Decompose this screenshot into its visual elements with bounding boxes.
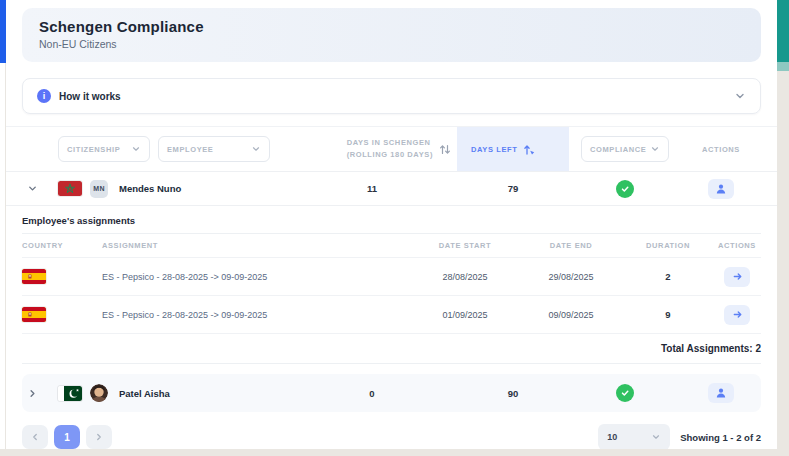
- employee-profile-button[interactable]: [708, 179, 734, 199]
- chevron-down-icon: [27, 183, 38, 194]
- page-size-value: 10: [607, 432, 617, 442]
- employee-photo-avatar: [90, 384, 108, 402]
- teal-edge-accent-light: [777, 62, 789, 71]
- avatar-initials: MN: [90, 180, 108, 198]
- chevron-down-icon: [650, 144, 660, 154]
- days-left-label: DAYS LEFT: [471, 145, 517, 154]
- open-assignment-button[interactable]: [724, 305, 750, 325]
- compliance-check-icon: [616, 180, 634, 198]
- compliance-check-icon: [616, 384, 634, 402]
- employee-row[interactable]: MN Mendes Nuno 11 79: [6, 172, 777, 206]
- employee-row[interactable]: Patel Aisha 0 90: [22, 374, 761, 412]
- actions-column-label: ACTIONS: [681, 145, 761, 154]
- how-it-works-panel[interactable]: i How it works: [22, 78, 761, 114]
- info-icon: i: [37, 89, 51, 103]
- teal-edge-accent: [777, 0, 789, 62]
- open-assignment-button[interactable]: [724, 267, 750, 287]
- days-in-schengen-label: DAYS IN SCHENGEN: [347, 137, 433, 149]
- page-subtitle: Non-EU Citizens: [39, 38, 744, 50]
- arrow-right-icon: [732, 271, 743, 282]
- date-end-value: 09/09/2025: [519, 310, 623, 320]
- duration-column-label: DURATION: [623, 241, 713, 250]
- assignment-row: ES - Pepsico - 28-08-2025 -> 09-09-2025 …: [22, 258, 761, 296]
- chevron-down-icon: [131, 144, 141, 154]
- days-in-schengen-value: 0: [287, 388, 457, 399]
- blue-edge-accent: [0, 0, 6, 63]
- collapse-row-toggle[interactable]: [22, 179, 42, 199]
- days-left-value: 90: [457, 388, 569, 399]
- page-title: Schengen Compliance: [39, 18, 744, 35]
- employee-filter[interactable]: EMPLOYEE: [158, 136, 270, 162]
- chevron-right-icon: [94, 432, 104, 442]
- total-assignments: Total Assignments: 2: [22, 334, 761, 364]
- chevron-down-icon: [651, 432, 661, 442]
- assignments-section: Employee's assignments COUNTRY ASSIGNMEN…: [6, 206, 777, 364]
- sort-icon[interactable]: [439, 143, 451, 156]
- assignments-title: Employee's assignments: [22, 206, 761, 234]
- chevron-right-icon: [27, 388, 38, 399]
- assignments-header-row: COUNTRY ASSIGNMENT DATE START DATE END D…: [22, 234, 761, 258]
- employee-name: Mendes Nuno: [119, 183, 181, 194]
- arrow-right-icon: [732, 309, 743, 320]
- actions-column-label: ACTIONS: [713, 241, 761, 250]
- duration-value: 2: [623, 271, 713, 282]
- pagination-bar: 1 10 Showing 1 - 2 of 2: [22, 424, 761, 450]
- days-in-schengen-value: 11: [287, 183, 457, 194]
- page-header: Schengen Compliance Non-EU Citizens: [22, 8, 761, 62]
- sort-ascending-icon[interactable]: [523, 143, 535, 156]
- chevron-left-icon: [30, 432, 40, 442]
- compliance-filter[interactable]: COMPLIANCE: [581, 136, 669, 162]
- page-size-select[interactable]: 10: [598, 424, 670, 450]
- morocco-flag: [58, 181, 82, 196]
- column-days-in-schengen[interactable]: DAYS IN SCHENGEN (ROLLING 180 DAYS): [287, 137, 457, 160]
- days-left-value: 79: [457, 183, 569, 194]
- assignment-label: ES - Pepsico - 28-08-2025 -> 09-09-2025: [102, 310, 411, 320]
- pakistan-flag: [58, 386, 82, 401]
- date-end-value: 29/08/2025: [519, 272, 623, 282]
- person-icon: [715, 387, 727, 399]
- card-left-edge: [5, 63, 6, 449]
- assignment-label: ES - Pepsico - 28-08-2025 -> 09-09-2025: [102, 272, 411, 282]
- citizenship-filter[interactable]: CITIZENSHIP: [58, 136, 150, 162]
- date-start-value: 01/09/2025: [411, 310, 519, 320]
- country-column-label: COUNTRY: [22, 241, 102, 250]
- spain-flag: [22, 307, 46, 322]
- citizenship-filter-label: CITIZENSHIP: [67, 145, 120, 154]
- employee-name: Patel Aisha: [119, 388, 170, 399]
- page-number-button[interactable]: 1: [54, 425, 80, 449]
- assignment-row: ES - Pepsico - 28-08-2025 -> 09-09-2025 …: [22, 296, 761, 334]
- column-days-left[interactable]: DAYS LEFT: [457, 127, 569, 171]
- employee-profile-button[interactable]: [708, 383, 734, 403]
- employee-filter-label: EMPLOYEE: [167, 145, 213, 154]
- days-in-schengen-sublabel: (ROLLING 180 DAYS): [347, 149, 433, 161]
- assignment-column-label: ASSIGNMENT: [102, 241, 411, 250]
- compliance-filter-label: COMPLIANCE: [590, 145, 646, 154]
- spain-flag: [22, 269, 46, 284]
- how-it-works-label: How it works: [59, 91, 121, 102]
- chevron-down-icon[interactable]: [734, 90, 746, 102]
- previous-page-button[interactable]: [22, 425, 48, 449]
- date-start-value: 28/08/2025: [411, 272, 519, 282]
- duration-value: 9: [623, 309, 713, 320]
- table-header-row: CITIZENSHIP EMPLOYEE DAYS IN SCHENGEN (R…: [6, 126, 777, 172]
- chevron-down-icon: [251, 144, 261, 154]
- main-card: Schengen Compliance Non-EU Citizens i Ho…: [6, 0, 777, 449]
- showing-results-label: Showing 1 - 2 of 2: [680, 432, 761, 443]
- page-background-edge: [0, 449, 789, 456]
- person-icon: [715, 183, 727, 195]
- next-page-button[interactable]: [86, 425, 112, 449]
- expand-row-toggle[interactable]: [22, 383, 42, 403]
- date-start-column-label: DATE START: [411, 241, 519, 250]
- date-end-column-label: DATE END: [519, 241, 623, 250]
